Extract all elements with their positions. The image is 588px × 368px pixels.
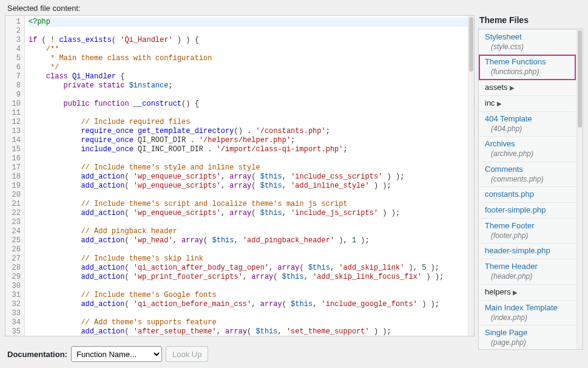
line-number: 34 [8,318,21,327]
theme-file-item[interactable]: constants.php [479,187,576,203]
line-number: 3 [8,36,21,45]
theme-folder-item[interactable]: assets▶ [479,80,576,96]
file-item-filename: (functions.php) [485,67,571,77]
code-line[interactable]: // Add theme's supports feature [29,318,470,327]
code-line[interactable]: add_action( 'qi_action_after_body_tag_op… [29,264,470,273]
code-line[interactable]: <?php [29,18,470,27]
theme-file-item[interactable]: Comments(comments.php) [479,162,576,187]
files-scrollbar[interactable] [576,29,583,349]
code-line[interactable]: require_once QI_ROOT_DIR . '/helpers/hel… [29,136,470,145]
code-line[interactable] [29,90,470,100]
code-line[interactable] [29,309,470,318]
code-line[interactable]: // Add pingback header [29,227,470,236]
line-number: 7 [8,72,21,81]
file-item-label: inc▶ [485,98,571,109]
line-number: 22 [8,209,21,218]
line-number: 6 [8,63,21,72]
theme-folder-item[interactable]: helpers▶ [479,285,576,301]
file-item-label: Theme Footer [485,221,571,231]
chevron-right-icon: ▶ [513,289,518,296]
code-line[interactable]: // Include required files [29,118,470,127]
code-line[interactable]: if ( ! class_exists( 'Qi_Handler' ) ) { [29,36,470,45]
chevron-right-icon: ▶ [510,84,515,91]
code-line[interactable]: class Qi_Handler { [29,72,470,81]
code-line[interactable]: // Include theme's style and inline styl… [29,163,470,172]
file-item-filename: (header.php) [485,272,571,282]
line-number: 2 [8,27,21,36]
line-number: 21 [8,200,21,209]
file-item-filename: (404.php) [485,124,571,134]
code-line[interactable]: add_action( 'wp_head', array( $this, 'ad… [29,236,470,245]
line-number: 31 [8,291,21,300]
line-number: 29 [8,273,21,282]
line-number: 9 [8,90,21,100]
theme-file-item[interactable]: footer-simple.php [479,203,576,219]
file-item-label: Comments [485,165,571,175]
file-item-filename: (page.php) [485,338,571,348]
line-number: 4 [8,45,21,54]
code-line[interactable] [29,154,470,163]
code-line[interactable]: /** [29,45,470,54]
theme-folder-item[interactable]: inc▶ [479,96,576,112]
code-line[interactable] [29,282,470,291]
documentation-select[interactable]: Function Name... [71,346,162,362]
theme-file-item[interactable]: header-simple.php [479,244,576,259]
theme-file-item[interactable]: Main Index Template(index.php) [479,301,576,325]
line-number: 23 [8,218,21,227]
line-number: 8 [8,81,21,90]
code-line[interactable] [29,245,470,254]
line-number: 25 [8,236,21,245]
theme-file-item[interactable]: Archives(archive.php) [479,137,576,162]
code-line[interactable]: // Include theme's script and localize t… [29,200,470,209]
code-line[interactable]: add_action( 'qi_action_before_main_css',… [29,300,470,309]
theme-files-panel: Stylesheet(style.css)Theme Functions(fun… [478,29,583,350]
code-line[interactable]: add_action( 'wp_enqueue_scripts', array(… [29,182,470,191]
chevron-right-icon: ▶ [497,100,502,107]
line-number: 14 [8,136,21,145]
theme-file-item[interactable]: Single Page(page.php) [479,325,576,349]
file-item-filename: (comments.php) [485,175,571,185]
theme-file-item[interactable]: 404 Template(404.php) [479,112,576,137]
code-line[interactable] [29,218,470,227]
editor-scrollbar-thumb[interactable] [469,17,473,72]
code-line[interactable]: include_once QI_INC_ROOT_DIR . '/import/… [29,145,470,154]
lookup-button[interactable]: Look Up [166,346,208,362]
line-number: 24 [8,227,21,236]
code-line[interactable]: add_action( 'wp_print_footer_scripts', a… [29,273,470,282]
files-scrollbar-thumb[interactable] [578,30,582,128]
theme-file-item[interactable]: Theme Footer(footer.php) [479,219,576,244]
file-item-filename: (index.php) [485,313,571,323]
theme-file-item[interactable]: Stylesheet(style.css) [479,29,576,55]
line-number: 11 [8,109,21,118]
theme-file-item[interactable]: Theme Header(header.php) [479,259,576,284]
editor-scrollbar[interactable] [468,16,474,336]
file-item-filename: (style.css) [485,43,571,52]
code-line[interactable] [29,27,470,36]
code-line[interactable]: private static $instance; [29,81,470,90]
line-number: 30 [8,282,21,291]
code-line[interactable] [29,109,470,118]
file-item-label: constants.php [485,189,571,200]
line-number: 32 [8,300,21,309]
file-item-label: assets▶ [485,83,571,93]
code-editor[interactable]: 1234567891011121314151617181920212223242… [5,15,475,336]
file-item-label: Stylesheet [485,32,571,43]
line-number: 15 [8,145,21,154]
file-item-label: Theme Functions [485,57,571,67]
code-line[interactable]: require_once get_template_directory() . … [29,127,470,136]
code-line[interactable] [29,191,470,200]
documentation-label: Documentation: [7,350,67,359]
line-number: 16 [8,154,21,163]
file-item-label: Archives [485,139,571,149]
code-line[interactable]: * Main theme class with configuration [29,54,470,63]
line-number: 5 [8,54,21,63]
code-line[interactable]: add_action( 'wp_enqueue_scripts', array(… [29,209,470,218]
code-line[interactable]: add_action( 'after_setup_theme', array( … [29,327,470,336]
code-line[interactable]: // Include theme's skip link [29,254,470,264]
code-line[interactable]: // Include theme's Google fonts [29,291,470,300]
code-area[interactable]: <?php if ( ! class_exists( 'Qi_Handler' … [25,16,474,336]
code-line[interactable]: public function __construct() { [29,100,470,109]
code-line[interactable]: add_action( 'wp_enqueue_scripts', array(… [29,172,470,182]
theme-file-item[interactable]: Theme Functions(functions.php) [479,55,576,80]
code-line[interactable]: */ [29,63,470,72]
